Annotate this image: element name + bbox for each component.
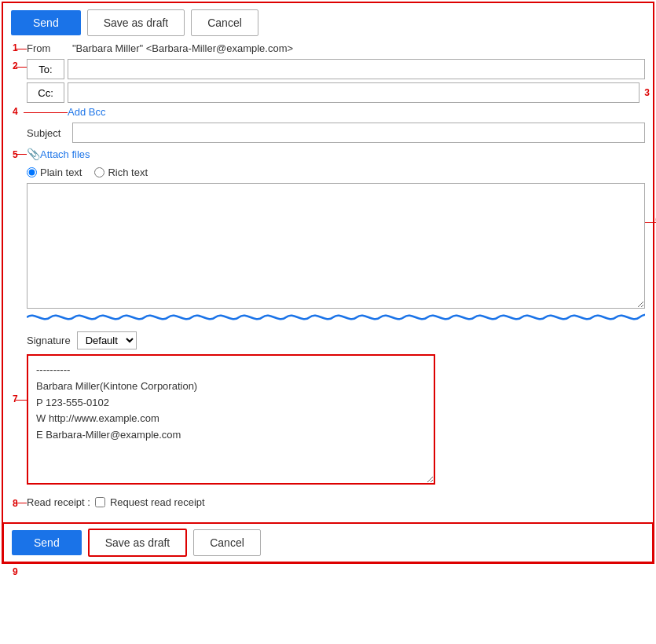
from-label: From (27, 42, 72, 54)
send-button-bottom[interactable]: Send (12, 530, 82, 555)
cancel-button-top[interactable]: Cancel (191, 9, 258, 36)
cc-input[interactable] (68, 82, 640, 103)
cancel-button-bottom[interactable]: Cancel (193, 529, 261, 556)
wavy-decoration (27, 308, 645, 325)
subject-row: Subject (27, 123, 645, 143)
plain-text-label: Plain text (40, 166, 82, 178)
form-area: 1 From "Barbara Miller" <Barbara-Miller@… (3, 42, 653, 522)
add-bcc-link[interactable]: Add Bcc (68, 106, 105, 118)
bottom-toolbar: Send Save as draft Cancel (2, 522, 654, 563)
plain-text-radio-label[interactable]: Plain text (27, 166, 82, 178)
annotation-8: 8 (13, 498, 18, 509)
read-receipt-checkbox[interactable] (95, 497, 105, 507)
to-input[interactable] (68, 59, 645, 79)
annotation-5: 5 (13, 149, 18, 160)
attach-files-link[interactable]: Attach files (40, 148, 90, 160)
subject-input[interactable] (72, 123, 645, 143)
send-button-top[interactable]: Send (11, 10, 81, 35)
plain-text-radio[interactable] (27, 167, 37, 177)
annotation-2: 2 (13, 60, 18, 71)
from-value: "Barbara Miller" <Barbara-Miller@example… (72, 42, 293, 54)
signature-select[interactable]: Default (77, 331, 137, 349)
body-textarea[interactable] (27, 183, 645, 309)
subject-label: Subject (27, 127, 72, 139)
signature-textarea[interactable]: ---------- Barbara Miller(Kintone Corpor… (27, 354, 435, 485)
annotation-7: 7 (13, 393, 18, 404)
rich-text-radio-label[interactable]: Rich text (94, 166, 148, 178)
save-draft-button-top[interactable]: Save as draft (87, 9, 185, 36)
rich-text-label: Rich text (108, 166, 148, 178)
cc-button[interactable]: Cc: (27, 82, 64, 103)
annotation-9: 9 (13, 566, 18, 577)
save-draft-button-bottom[interactable]: Save as draft (88, 529, 188, 557)
annotation-1: 1 (13, 42, 18, 53)
paperclip-icon: 📎 (27, 148, 40, 160)
text-type-row: Plain text Rich text (27, 166, 645, 178)
to-button[interactable]: To: (27, 59, 64, 79)
signature-row: Signature Default (27, 331, 645, 349)
read-receipt-checkbox-label: Request read receipt (110, 496, 205, 508)
rich-text-radio[interactable] (94, 167, 104, 177)
annotation-4: 4 (13, 106, 18, 117)
signature-label: Signature (27, 335, 71, 346)
read-receipt-label: Read receipt : (27, 496, 90, 508)
annotation-3: 3 (644, 87, 650, 98)
top-toolbar: Send Save as draft Cancel (3, 3, 653, 42)
email-compose-form: Send Save as draft Cancel 1 From "Barbar… (2, 2, 654, 564)
